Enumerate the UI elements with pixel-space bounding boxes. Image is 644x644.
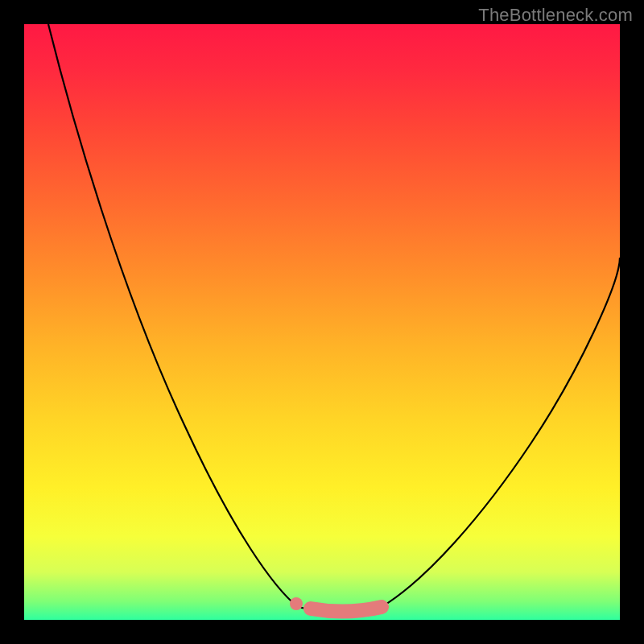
bottleneck-curve xyxy=(24,24,620,620)
valley-marker-dot xyxy=(290,597,303,610)
valley-marker-band xyxy=(311,607,382,612)
curve-left-branch xyxy=(48,24,298,607)
watermark-text: TheBottleneck.com xyxy=(478,5,633,26)
curve-right-branch xyxy=(382,258,620,607)
chart-frame: TheBottleneck.com xyxy=(0,0,644,644)
plot-area xyxy=(24,24,620,620)
